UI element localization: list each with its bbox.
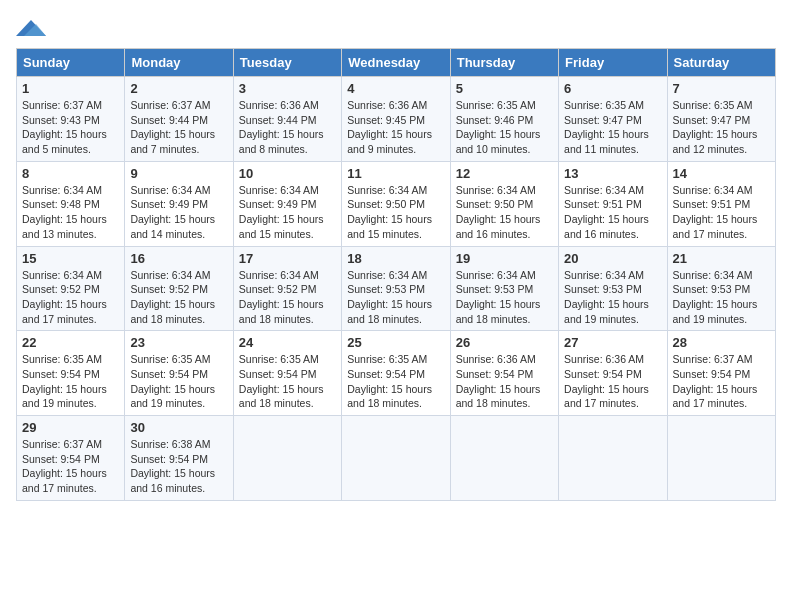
calendar-day-cell: 21 Sunrise: 6:34 AMSunset: 9:53 PMDaylig… xyxy=(667,246,775,331)
calendar-day-cell: 1 Sunrise: 6:37 AMSunset: 9:43 PMDayligh… xyxy=(17,77,125,162)
calendar-day-cell xyxy=(342,416,450,501)
weekday-header: Sunday xyxy=(17,49,125,77)
calendar-day-cell: 3 Sunrise: 6:36 AMSunset: 9:44 PMDayligh… xyxy=(233,77,341,162)
calendar-day-cell: 7 Sunrise: 6:35 AMSunset: 9:47 PMDayligh… xyxy=(667,77,775,162)
calendar-week-row: 8 Sunrise: 6:34 AMSunset: 9:48 PMDayligh… xyxy=(17,161,776,246)
logo xyxy=(16,16,50,40)
calendar-day-cell: 6 Sunrise: 6:35 AMSunset: 9:47 PMDayligh… xyxy=(559,77,667,162)
day-info: Sunrise: 6:34 AMSunset: 9:52 PMDaylight:… xyxy=(130,268,227,327)
day-info: Sunrise: 6:34 AMSunset: 9:50 PMDaylight:… xyxy=(347,183,444,242)
day-number: 21 xyxy=(673,251,770,266)
calendar-day-cell: 11 Sunrise: 6:34 AMSunset: 9:50 PMDaylig… xyxy=(342,161,450,246)
calendar-day-cell: 15 Sunrise: 6:34 AMSunset: 9:52 PMDaylig… xyxy=(17,246,125,331)
calendar-day-cell: 9 Sunrise: 6:34 AMSunset: 9:49 PMDayligh… xyxy=(125,161,233,246)
calendar-day-cell xyxy=(233,416,341,501)
day-info: Sunrise: 6:35 AMSunset: 9:47 PMDaylight:… xyxy=(673,98,770,157)
day-number: 15 xyxy=(22,251,119,266)
day-number: 17 xyxy=(239,251,336,266)
calendar-day-cell: 2 Sunrise: 6:37 AMSunset: 9:44 PMDayligh… xyxy=(125,77,233,162)
page-header xyxy=(16,16,776,40)
day-info: Sunrise: 6:35 AMSunset: 9:54 PMDaylight:… xyxy=(347,352,444,411)
day-number: 13 xyxy=(564,166,661,181)
day-number: 3 xyxy=(239,81,336,96)
day-number: 22 xyxy=(22,335,119,350)
calendar-week-row: 1 Sunrise: 6:37 AMSunset: 9:43 PMDayligh… xyxy=(17,77,776,162)
calendar-day-cell: 8 Sunrise: 6:34 AMSunset: 9:48 PMDayligh… xyxy=(17,161,125,246)
weekday-header: Friday xyxy=(559,49,667,77)
calendar-day-cell: 23 Sunrise: 6:35 AMSunset: 9:54 PMDaylig… xyxy=(125,331,233,416)
day-number: 19 xyxy=(456,251,553,266)
day-number: 8 xyxy=(22,166,119,181)
day-info: Sunrise: 6:35 AMSunset: 9:54 PMDaylight:… xyxy=(22,352,119,411)
calendar-day-cell: 18 Sunrise: 6:34 AMSunset: 9:53 PMDaylig… xyxy=(342,246,450,331)
calendar-day-cell: 28 Sunrise: 6:37 AMSunset: 9:54 PMDaylig… xyxy=(667,331,775,416)
calendar-day-cell: 26 Sunrise: 6:36 AMSunset: 9:54 PMDaylig… xyxy=(450,331,558,416)
weekday-header: Wednesday xyxy=(342,49,450,77)
day-info: Sunrise: 6:34 AMSunset: 9:51 PMDaylight:… xyxy=(564,183,661,242)
calendar-day-cell: 29 Sunrise: 6:37 AMSunset: 9:54 PMDaylig… xyxy=(17,416,125,501)
day-number: 7 xyxy=(673,81,770,96)
calendar-day-cell: 14 Sunrise: 6:34 AMSunset: 9:51 PMDaylig… xyxy=(667,161,775,246)
day-info: Sunrise: 6:37 AMSunset: 9:43 PMDaylight:… xyxy=(22,98,119,157)
calendar-day-cell: 17 Sunrise: 6:34 AMSunset: 9:52 PMDaylig… xyxy=(233,246,341,331)
day-info: Sunrise: 6:37 AMSunset: 9:54 PMDaylight:… xyxy=(673,352,770,411)
calendar-day-cell xyxy=(450,416,558,501)
calendar-week-row: 29 Sunrise: 6:37 AMSunset: 9:54 PMDaylig… xyxy=(17,416,776,501)
day-info: Sunrise: 6:34 AMSunset: 9:48 PMDaylight:… xyxy=(22,183,119,242)
logo-icon xyxy=(16,16,46,40)
weekday-header: Monday xyxy=(125,49,233,77)
calendar-day-cell xyxy=(667,416,775,501)
day-info: Sunrise: 6:34 AMSunset: 9:52 PMDaylight:… xyxy=(239,268,336,327)
day-number: 12 xyxy=(456,166,553,181)
calendar-day-cell: 24 Sunrise: 6:35 AMSunset: 9:54 PMDaylig… xyxy=(233,331,341,416)
day-number: 24 xyxy=(239,335,336,350)
calendar-day-cell: 13 Sunrise: 6:34 AMSunset: 9:51 PMDaylig… xyxy=(559,161,667,246)
day-info: Sunrise: 6:38 AMSunset: 9:54 PMDaylight:… xyxy=(130,437,227,496)
day-info: Sunrise: 6:37 AMSunset: 9:44 PMDaylight:… xyxy=(130,98,227,157)
calendar-day-cell: 22 Sunrise: 6:35 AMSunset: 9:54 PMDaylig… xyxy=(17,331,125,416)
day-info: Sunrise: 6:35 AMSunset: 9:47 PMDaylight:… xyxy=(564,98,661,157)
day-info: Sunrise: 6:35 AMSunset: 9:54 PMDaylight:… xyxy=(239,352,336,411)
day-number: 30 xyxy=(130,420,227,435)
calendar-day-cell: 19 Sunrise: 6:34 AMSunset: 9:53 PMDaylig… xyxy=(450,246,558,331)
day-number: 2 xyxy=(130,81,227,96)
day-info: Sunrise: 6:34 AMSunset: 9:53 PMDaylight:… xyxy=(456,268,553,327)
day-info: Sunrise: 6:36 AMSunset: 9:54 PMDaylight:… xyxy=(456,352,553,411)
day-number: 18 xyxy=(347,251,444,266)
calendar-day-cell: 30 Sunrise: 6:38 AMSunset: 9:54 PMDaylig… xyxy=(125,416,233,501)
day-number: 16 xyxy=(130,251,227,266)
day-info: Sunrise: 6:37 AMSunset: 9:54 PMDaylight:… xyxy=(22,437,119,496)
calendar-day-cell: 25 Sunrise: 6:35 AMSunset: 9:54 PMDaylig… xyxy=(342,331,450,416)
day-number: 14 xyxy=(673,166,770,181)
day-number: 4 xyxy=(347,81,444,96)
calendar-day-cell: 16 Sunrise: 6:34 AMSunset: 9:52 PMDaylig… xyxy=(125,246,233,331)
calendar-day-cell: 5 Sunrise: 6:35 AMSunset: 9:46 PMDayligh… xyxy=(450,77,558,162)
day-number: 10 xyxy=(239,166,336,181)
day-info: Sunrise: 6:34 AMSunset: 9:53 PMDaylight:… xyxy=(347,268,444,327)
day-info: Sunrise: 6:34 AMSunset: 9:52 PMDaylight:… xyxy=(22,268,119,327)
day-info: Sunrise: 6:34 AMSunset: 9:50 PMDaylight:… xyxy=(456,183,553,242)
day-number: 11 xyxy=(347,166,444,181)
day-info: Sunrise: 6:34 AMSunset: 9:49 PMDaylight:… xyxy=(239,183,336,242)
calendar-week-row: 22 Sunrise: 6:35 AMSunset: 9:54 PMDaylig… xyxy=(17,331,776,416)
day-info: Sunrise: 6:34 AMSunset: 9:51 PMDaylight:… xyxy=(673,183,770,242)
weekday-header: Thursday xyxy=(450,49,558,77)
day-info: Sunrise: 6:36 AMSunset: 9:54 PMDaylight:… xyxy=(564,352,661,411)
day-number: 9 xyxy=(130,166,227,181)
header-row: SundayMondayTuesdayWednesdayThursdayFrid… xyxy=(17,49,776,77)
day-number: 6 xyxy=(564,81,661,96)
day-info: Sunrise: 6:36 AMSunset: 9:44 PMDaylight:… xyxy=(239,98,336,157)
calendar-day-cell: 27 Sunrise: 6:36 AMSunset: 9:54 PMDaylig… xyxy=(559,331,667,416)
calendar-body: 1 Sunrise: 6:37 AMSunset: 9:43 PMDayligh… xyxy=(17,77,776,501)
calendar-day-cell: 10 Sunrise: 6:34 AMSunset: 9:49 PMDaylig… xyxy=(233,161,341,246)
day-info: Sunrise: 6:34 AMSunset: 9:49 PMDaylight:… xyxy=(130,183,227,242)
day-info: Sunrise: 6:35 AMSunset: 9:46 PMDaylight:… xyxy=(456,98,553,157)
day-number: 28 xyxy=(673,335,770,350)
day-number: 27 xyxy=(564,335,661,350)
calendar-day-cell: 4 Sunrise: 6:36 AMSunset: 9:45 PMDayligh… xyxy=(342,77,450,162)
day-number: 23 xyxy=(130,335,227,350)
calendar-day-cell xyxy=(559,416,667,501)
day-info: Sunrise: 6:34 AMSunset: 9:53 PMDaylight:… xyxy=(673,268,770,327)
day-number: 29 xyxy=(22,420,119,435)
day-info: Sunrise: 6:35 AMSunset: 9:54 PMDaylight:… xyxy=(130,352,227,411)
